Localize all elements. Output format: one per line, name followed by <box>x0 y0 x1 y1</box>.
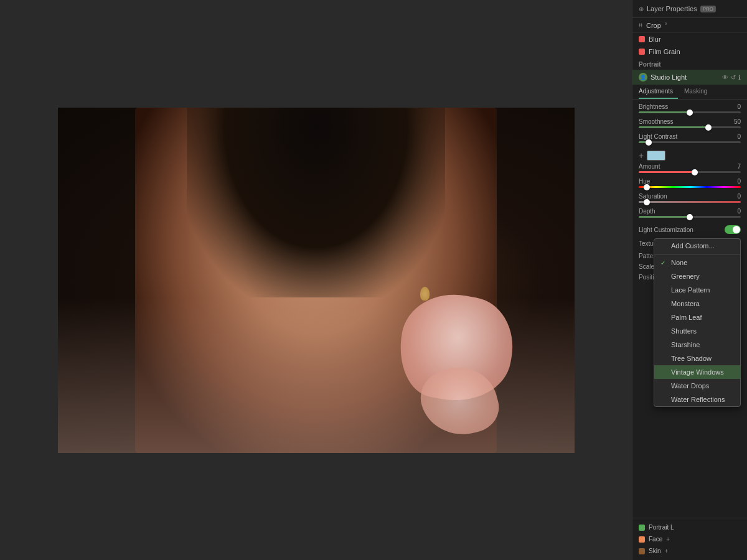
brightness-label: Brightness <box>639 103 668 110</box>
film-grain-color-dot <box>639 49 645 55</box>
brightness-thumb[interactable] <box>687 110 693 116</box>
face-label: Face <box>649 536 662 543</box>
add-color-button[interactable]: + <box>639 151 644 160</box>
crop-label: Crop <box>646 22 661 29</box>
saturation-value: 0 <box>737 193 741 200</box>
adjustments-section: Brightness 0 Smoothness 50 <box>632 100 747 286</box>
face-layer[interactable]: Face + <box>632 533 747 545</box>
light-contrast-track[interactable] <box>639 141 741 143</box>
dropdown-item-none[interactable]: None <box>654 256 740 269</box>
hue-thumb[interactable] <box>644 184 650 190</box>
skin-layer[interactable]: Skin + <box>632 545 747 557</box>
depth-label: Depth <box>639 208 655 215</box>
bottom-layers: Portrait L Face + Skin + <box>632 518 747 560</box>
film-grain-label: Film Grain <box>649 48 680 55</box>
crop-item[interactable]: ⌗ Crop ° <box>632 18 747 33</box>
crop-icon: ⌗ <box>639 21 642 29</box>
amount-thumb[interactable] <box>692 169 698 175</box>
amount-value: 7 <box>737 163 741 170</box>
dropdown-item-water-reflections[interactable]: Water Reflections <box>654 393 740 406</box>
brightness-value: 0 <box>737 103 741 110</box>
skin-suffix: + <box>664 548 668 554</box>
dropdown-item-vintage-windows[interactable]: Vintage Windows <box>654 365 740 379</box>
portrait-section-label: Portrait <box>632 58 747 70</box>
smoothness-track[interactable] <box>639 126 741 128</box>
light-contrast-slider-row: Light Contrast 0 <box>639 133 741 143</box>
skin-label: Skin <box>649 548 660 554</box>
hue-slider-row: Hue 0 <box>639 178 741 188</box>
tab-adjustments[interactable]: Adjustments <box>639 85 678 99</box>
blur-color-dot <box>639 36 645 42</box>
brightness-track[interactable] <box>639 111 741 113</box>
smoothness-thumb[interactable] <box>705 124 712 131</box>
color-swatch[interactable] <box>647 151 665 161</box>
amount-track[interactable] <box>639 171 741 173</box>
color-swatch-row: + <box>639 148 741 163</box>
studio-light-controls: 👁 ↺ ℹ <box>722 74 741 81</box>
dropdown-item-starshine[interactable]: Starshine <box>654 338 740 352</box>
hue-value: 0 <box>737 178 741 185</box>
texture-row: Texture None Add Custom... None <box>639 236 741 251</box>
saturation-slider-row: Saturation 0 <box>639 193 741 203</box>
light-contrast-value: 0 <box>737 133 741 140</box>
app-container: ⊕ Layer Properties PRO ⌗ Crop ° Blur Fil… <box>0 0 747 560</box>
amount-slider-row: Amount 7 <box>639 163 741 173</box>
texture-dropdown-wrapper: None Add Custom... None Greenery <box>691 238 741 249</box>
panel-title: Layer Properties <box>647 5 697 12</box>
light-customization-row: Light Customization <box>639 223 741 236</box>
info-icon[interactable]: ℹ <box>738 74 741 81</box>
texture-dropdown-menu: Add Custom... None Greenery Lace Pattern <box>654 238 741 407</box>
dropdown-item-greenery[interactable]: Greenery <box>654 269 740 283</box>
saturation-label: Saturation <box>639 193 667 200</box>
crop-suffix: ° <box>665 22 667 29</box>
layer-properties-icon: ⊕ <box>639 6 644 12</box>
blur-label: Blur <box>649 35 661 43</box>
reset-icon[interactable]: ↺ <box>731 74 736 81</box>
face-dot <box>639 536 645 543</box>
dropdown-item-water-drops[interactable]: Water Drops <box>654 379 740 393</box>
canvas-area <box>0 0 632 560</box>
face-suffix: + <box>666 536 670 543</box>
pro-badge: PRO <box>700 6 716 12</box>
blur-layer[interactable]: Blur <box>632 33 747 45</box>
panel-header: ⊕ Layer Properties PRO <box>632 0 747 18</box>
skin-dot <box>639 548 645 554</box>
saturation-thumb[interactable] <box>644 199 650 205</box>
scale-label: Scale <box>639 263 654 270</box>
portrait-l-layer[interactable]: Portrait L <box>632 521 747 533</box>
hue-track[interactable] <box>639 186 741 188</box>
dropdown-item-monstera[interactable]: Monstera <box>654 297 740 310</box>
dropdown-item-palm-leaf[interactable]: Palm Leaf <box>654 310 740 324</box>
studio-light-icon: 👤 <box>639 73 647 82</box>
dropdown-item-shutters[interactable]: Shutters <box>654 324 740 338</box>
right-panel: ⊕ Layer Properties PRO ⌗ Crop ° Blur Fil… <box>632 0 747 560</box>
film-grain-layer[interactable]: Film Grain <box>632 45 747 58</box>
amount-label: Amount <box>639 163 660 170</box>
brightness-slider-row: Brightness 0 <box>639 103 741 113</box>
depth-value: 0 <box>737 208 741 215</box>
tab-masking[interactable]: Masking <box>684 85 712 99</box>
smoothness-slider-row: Smoothness 50 <box>639 118 741 128</box>
depth-thumb[interactable] <box>687 214 693 220</box>
depth-track[interactable] <box>639 216 741 218</box>
light-contrast-thumb[interactable] <box>646 139 652 146</box>
studio-light-name: Studio Light <box>651 73 719 81</box>
photo-canvas <box>58 108 575 453</box>
light-customization-toggle[interactable] <box>725 225 741 234</box>
visibility-icon[interactable]: 👁 <box>722 74 728 81</box>
dropdown-item-tree-shadow[interactable]: Tree Shadow <box>654 352 740 365</box>
depth-slider-row: Depth 0 <box>639 208 741 218</box>
dropdown-item-add-custom[interactable]: Add Custom... <box>654 239 740 253</box>
light-contrast-label: Light Contrast <box>639 133 677 140</box>
studio-light-row[interactable]: 👤 Studio Light 👁 ↺ ℹ <box>632 70 747 85</box>
smoothness-value: 50 <box>734 118 741 125</box>
dropdown-divider <box>654 254 740 254</box>
light-customization-label: Light Customization <box>639 226 693 233</box>
saturation-track[interactable] <box>639 201 741 203</box>
tabs-row: Adjustments Masking <box>632 85 747 100</box>
dropdown-item-lace-pattern[interactable]: Lace Pattern <box>654 283 740 297</box>
portrait-l-label: Portrait L <box>649 524 674 531</box>
smoothness-label: Smoothness <box>639 118 674 125</box>
portrait-l-dot <box>639 525 645 531</box>
